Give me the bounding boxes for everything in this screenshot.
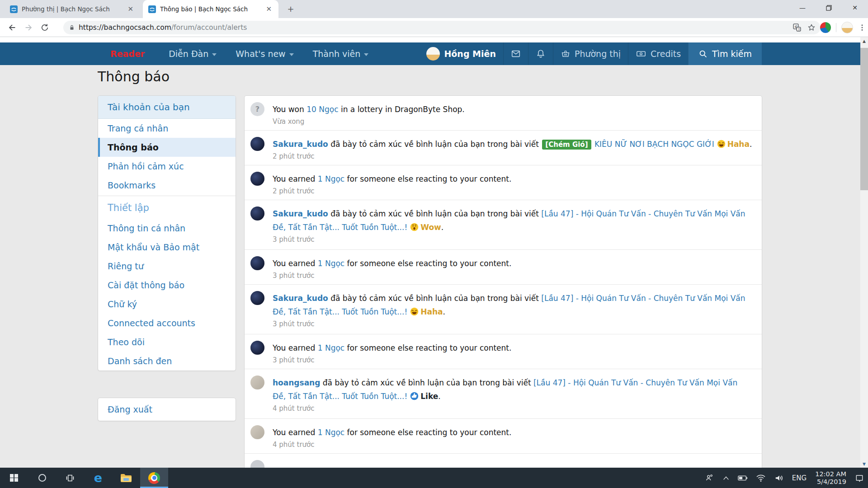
nav-item-what-s-new[interactable]: What's new [226, 42, 303, 65]
notification-text-fragment: in a lottery in DragonByte Shop. [339, 105, 465, 114]
username-link[interactable]: Sakura_kudo [273, 209, 328, 218]
tray-expand-chevron[interactable] [718, 468, 734, 488]
sidebar-section-label: Thiết lập [98, 197, 236, 219]
nav-item-di-n-n[interactable]: Diễn Đàn [159, 42, 226, 65]
notification-row[interactable]: Sakura_kudo đã bày tỏ cảm xúc về bình lu… [245, 200, 762, 250]
notification-text-fragment: . [443, 307, 445, 316]
folder-icon [120, 473, 132, 483]
notification-row[interactable]: You earned 1 Ngọc for someone else react… [245, 334, 762, 369]
notification-link[interactable]: 1 Ngọc [318, 259, 344, 268]
scroll-down-arrow[interactable]: ▼ [860, 460, 868, 468]
tab-title: Thông báo | Bạch Ngọc Sách [160, 5, 260, 13]
back-button[interactable] [5, 21, 19, 34]
address-bar[interactable]: https://bachngocsach.com/forum/account/a… [63, 21, 821, 34]
basket-icon [561, 49, 571, 59]
browser-profile-avatar[interactable] [841, 22, 853, 33]
shop-button[interactable]: Phường thị [553, 42, 628, 65]
nav-menu: Diễn ĐànWhat's newThành viên [159, 42, 378, 65]
notification-row[interactable]: You earned 1 Ngọc for someone else react… [245, 250, 762, 285]
cortana-button[interactable] [28, 468, 56, 488]
notification-text: Sakura_kudo đã bày tỏ cảm xúc về bình lu… [273, 291, 753, 319]
sidebar-item-c-i-t-th-ng-b-o[interactable]: Cài đặt thông báo [98, 276, 236, 295]
idm-extension-icon[interactable] [820, 22, 831, 33]
user-name: Hồng Miên [444, 49, 496, 59]
username-link[interactable]: Sakura_kudo [273, 140, 328, 149]
alerts-bell-button[interactable] [528, 42, 553, 65]
inbox-button[interactable] [503, 42, 528, 65]
translate-icon[interactable]: G文 [793, 23, 802, 32]
sidebar-item-th-ng-tin-c-nh-n[interactable]: Thông tin cá nhân [98, 219, 236, 238]
edge-taskbar-button[interactable]: e [84, 468, 112, 488]
restore-button[interactable] [816, 0, 842, 15]
notification-link[interactable]: 10 Ngọc [307, 105, 338, 114]
notification-link[interactable]: 1 Ngọc [318, 174, 344, 183]
browser-tab-inactive[interactable]: Phường thị | Bạch Ngọc Sách ✕ [5, 0, 140, 18]
close-window-button[interactable]: ✕ [842, 0, 868, 15]
sidebar-item-ch-k-[interactable]: Chữ ký [98, 295, 236, 314]
notification-link[interactable]: KIÊU NỮ NƠI BẠCH NGỌC GIỚI [592, 140, 714, 149]
notification-row[interactable]: ?You won 10 Ngọc in a lottery in DragonB… [245, 96, 762, 131]
task-view-button[interactable] [56, 468, 84, 488]
notification-text-fragment: You earned [273, 343, 318, 352]
scroll-up-arrow[interactable]: ▲ [860, 37, 868, 45]
username-link[interactable]: Sakura_kudo [273, 294, 328, 303]
hoangsang-avatar [250, 425, 264, 439]
wow-emoji [410, 223, 419, 231]
battery-icon[interactable] [734, 468, 752, 488]
notification-row[interactable]: Sakura_kudo đã bày tỏ cảm xúc về bình lu… [245, 285, 762, 334]
minimize-button[interactable]: — [789, 0, 816, 15]
reader-brand-link[interactable]: Reader [104, 42, 151, 65]
new-tab-button[interactable]: + [285, 4, 297, 15]
sidebar-item-m-t-kh-u-v-b-o-m-t[interactable]: Mật khẩu và Bảo mật [98, 238, 236, 257]
notification-timestamp: 2 phút trước [273, 187, 753, 195]
sidebar-item-connected-accounts[interactable]: Connected accounts [98, 314, 236, 333]
sidebar-divider [98, 196, 236, 196]
kebab-menu-icon[interactable] [858, 23, 866, 32]
browser-toolbar: https://bachngocsach.com/forum/account/a… [0, 18, 868, 37]
volume-icon[interactable] [770, 468, 788, 488]
sidebar-item-th-ng-b-o[interactable]: Thông báo [98, 138, 236, 157]
chrome-icon [148, 472, 160, 484]
notification-link[interactable]: 1 Ngọc [318, 343, 344, 352]
notification-row[interactable]: You earned 1 Ngọc for someone else react… [245, 165, 762, 200]
credits-button[interactable]: Credits [628, 42, 688, 65]
account-sidebar: Tài khoản của bạn Trang cá nhânThông báo… [98, 95, 236, 371]
forward-button[interactable] [22, 21, 35, 34]
haha-emoji [410, 307, 419, 316]
svg-text:文: 文 [797, 28, 801, 31]
page-scrollbar[interactable]: ▲ ▼ [860, 37, 868, 468]
notification-row[interactable]: Sakura_kudo đã bày tỏ cảm xúc về bình lu… [245, 131, 762, 165]
notification-text-fragment: You earned [273, 174, 318, 183]
action-center-button[interactable] [851, 468, 868, 488]
wifi-icon[interactable] [752, 468, 770, 488]
thread-prefix-badge: [Chém Gió] [542, 140, 591, 150]
refresh-button[interactable] [38, 21, 52, 34]
notification-row[interactable]: You earned 1 Ngọc for someone else react… [245, 419, 762, 454]
chrome-taskbar-button[interactable] [140, 468, 168, 488]
sidebar-item-ri-ng-t-[interactable]: Riêng tư [98, 257, 236, 276]
scrollbar-thumb[interactable] [860, 48, 868, 190]
notification-link[interactable]: 1 Ngọc [318, 428, 344, 437]
sidebar-item-trang-c-nh-n[interactable]: Trang cá nhân [98, 119, 236, 138]
sidebar-item-ph-n-h-i-c-m-x-c[interactable]: Phản hồi cảm xúc [98, 157, 236, 176]
sidebar-item-danh-s-ch-en[interactable]: Danh sách đen [98, 352, 236, 371]
user-menu[interactable]: Hồng Miên [419, 42, 503, 65]
sidebar-item-theo-d-i[interactable]: Theo dõi [98, 333, 236, 352]
bookmark-star-icon[interactable] [807, 23, 816, 32]
taskbar-clock[interactable]: 12:02 AM 5/4/2019 [811, 470, 851, 486]
sidebar-item-bookmarks[interactable]: Bookmarks [98, 176, 236, 195]
language-indicator[interactable]: ENG [788, 468, 811, 488]
logout-link[interactable]: Đăng xuất [98, 398, 236, 421]
notification-row[interactable]: hoangsang đã bày tỏ cảm xúc về bình luận… [245, 369, 762, 419]
username-link[interactable]: hoangsang [273, 378, 320, 387]
people-button[interactable] [700, 468, 718, 488]
search-button[interactable]: Tìm kiếm [688, 42, 762, 65]
browser-tab-active[interactable]: Thông báo | Bạch Ngọc Sách ✕ [143, 0, 278, 18]
file-explorer-button[interactable] [112, 468, 140, 488]
tab-close-icon[interactable]: ✕ [126, 5, 135, 13]
reaction-label: Haha [727, 140, 750, 149]
start-button[interactable] [0, 468, 28, 488]
tab-close-icon[interactable]: ✕ [264, 5, 273, 13]
edge-icon: e [94, 471, 102, 485]
nav-item-th-nh-vi-n[interactable]: Thành viên [303, 42, 378, 65]
